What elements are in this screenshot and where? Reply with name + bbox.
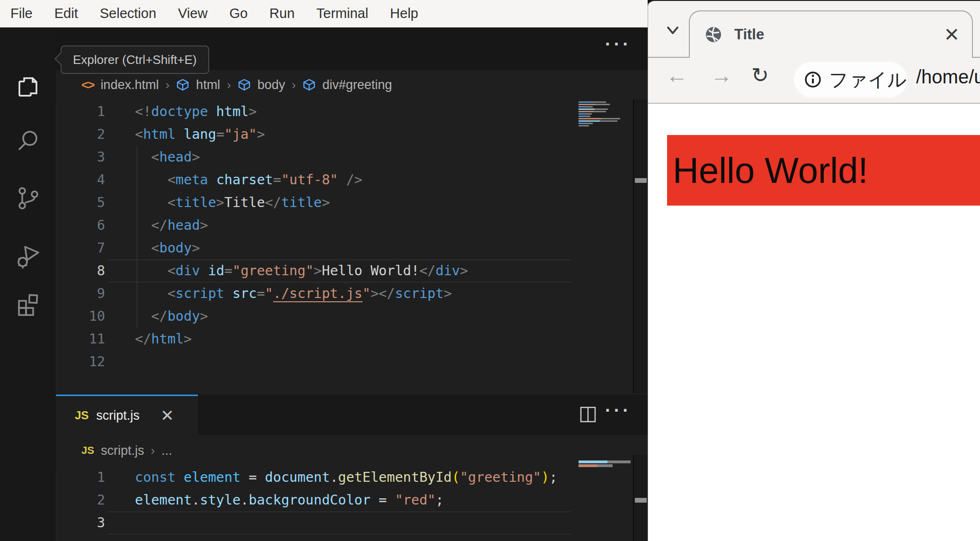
- code-line[interactable]: 11</html>: [56, 328, 570, 351]
- editor2-more-actions-icon[interactable]: ···: [605, 400, 632, 421]
- editor1-more-actions-icon[interactable]: ···: [605, 34, 632, 54]
- code-line[interactable]: 2<html lang="ja">: [56, 123, 570, 146]
- code-line[interactable]: 1const element = document.getElementById…: [56, 466, 570, 489]
- code-line[interactable]: 3 <head>: [56, 146, 570, 169]
- line-number: 10: [56, 305, 105, 328]
- line-number: 7: [56, 237, 105, 260]
- close-tab-icon[interactable]: ✕: [160, 406, 174, 425]
- hello-world-text: Hello World!: [667, 135, 980, 206]
- editor2-scrollbar[interactable]: [633, 455, 648, 541]
- menu-edit[interactable]: Edit: [54, 6, 78, 21]
- browser-viewport: Hello World!: [648, 104, 980, 541]
- breadcrumb-separator: ›: [165, 78, 169, 92]
- code-line[interactable]: 3: [56, 512, 570, 534]
- menu-file[interactable]: File: [10, 6, 33, 21]
- tab-title: Title: [734, 26, 764, 43]
- code-icon: <>: [81, 78, 94, 92]
- code-text: <meta charset="utf-8" />: [135, 169, 363, 191]
- line-number: 9: [56, 282, 105, 305]
- scrollbar-thumb[interactable]: [635, 498, 647, 503]
- minimap[interactable]: [579, 460, 632, 468]
- address-bar-url[interactable]: /home/u: [916, 66, 980, 88]
- code-text: </html>: [135, 328, 192, 351]
- line-number: 4: [56, 169, 105, 191]
- breadcrumb-separator: ›: [151, 443, 155, 458]
- activity-bar: [0, 27, 56, 541]
- line-number: 2: [56, 489, 105, 512]
- line-number: 12: [56, 351, 105, 373]
- line-number: 1: [56, 466, 105, 489]
- code-text: <script src="./script.js"></script>: [135, 282, 452, 305]
- editor1-scrollbar[interactable]: [633, 99, 648, 393]
- line-number: 8: [56, 260, 105, 282]
- code-text: </body>: [135, 305, 208, 328]
- browser-window: Title ✕ ← → ↻ ファイル /home/u Hello: [648, 0, 980, 541]
- code-text: <head>: [135, 146, 200, 169]
- line-number: 1: [56, 100, 105, 123]
- breadcrumb[interactable]: <>index.html›html›body›div#greeting: [56, 70, 648, 99]
- breadcrumb-item[interactable]: index.html: [100, 78, 159, 92]
- info-icon: [803, 70, 822, 89]
- menu-view[interactable]: View: [178, 6, 207, 21]
- extensions-icon[interactable]: [15, 290, 41, 317]
- cube-icon: [303, 78, 316, 92]
- code-line[interactable]: 1<!doctype html>: [56, 100, 570, 123]
- breadcrumb-separator: ›: [227, 78, 231, 92]
- code-line[interactable]: 9 <script src="./script.js"></script>: [56, 282, 570, 305]
- code-line[interactable]: 5 <title>Title</title>: [56, 191, 570, 214]
- breadcrumb-item[interactable]: div#greeting: [322, 78, 392, 92]
- tab-search-chevron-icon[interactable]: [662, 20, 683, 43]
- run-debug-icon[interactable]: [15, 243, 41, 270]
- code-line[interactable]: 6 </head>: [56, 214, 570, 237]
- forward-icon[interactable]: →: [711, 64, 732, 86]
- menu-go[interactable]: Go: [229, 6, 248, 21]
- explorer-tooltip: Explorer (Ctrl+Shift+E): [61, 45, 209, 74]
- code-line[interactable]: 10 </body>: [56, 305, 570, 328]
- line-number: 11: [56, 328, 105, 351]
- menu-terminal[interactable]: Terminal: [316, 6, 368, 21]
- code-line[interactable]: 2element.style.backgroundColor = "red";: [56, 489, 570, 512]
- breadcrumb[interactable]: JS script.js › ...: [56, 435, 648, 466]
- browser-tab[interactable]: Title ✕: [689, 10, 973, 58]
- code-text: element.style.backgroundColor = "red";: [135, 489, 444, 512]
- code-line[interactable]: 12: [56, 351, 570, 373]
- js-file-icon: JS: [75, 409, 89, 422]
- tab-label: script.js: [96, 408, 140, 423]
- scrollbar-thumb[interactable]: [635, 178, 647, 183]
- cube-icon: [176, 78, 189, 92]
- html-code-editor[interactable]: 1<!doctype html>2<html lang="ja">3 <head…: [56, 100, 570, 373]
- menu-run[interactable]: Run: [269, 6, 294, 21]
- tab-scriptjs[interactable]: JS script.js ✕: [56, 395, 198, 435]
- split-editor-icon[interactable]: [579, 406, 597, 425]
- line-number: 3: [56, 146, 105, 169]
- editor2-tabbar: JS script.js ✕ ···: [56, 395, 648, 435]
- cube-icon: [238, 78, 251, 92]
- js-code-editor[interactable]: 1const element = document.getElementById…: [56, 466, 570, 534]
- search-icon[interactable]: [15, 128, 41, 154]
- breadcrumb-item[interactable]: body: [258, 78, 285, 92]
- minimap[interactable]: [579, 101, 632, 127]
- code-text: </head>: [135, 214, 208, 237]
- reload-icon[interactable]: ↻: [751, 65, 769, 86]
- breadcrumb-file[interactable]: script.js: [101, 443, 144, 458]
- code-text: <body>: [135, 237, 200, 260]
- close-tab-icon[interactable]: ✕: [944, 25, 960, 44]
- back-icon[interactable]: ←: [666, 64, 688, 86]
- menu-help[interactable]: Help: [390, 6, 419, 21]
- chip-label: ファイル: [829, 67, 907, 93]
- greeting-div: Hello World!: [667, 135, 980, 206]
- code-text: <!doctype html>: [135, 100, 257, 123]
- breadcrumb-more[interactable]: ...: [161, 443, 172, 458]
- menu-selection[interactable]: Selection: [100, 6, 156, 21]
- source-control-icon[interactable]: [15, 185, 41, 211]
- code-line[interactable]: 4 <meta charset="utf-8" />: [56, 169, 570, 191]
- breadcrumb-item[interactable]: html: [196, 78, 220, 92]
- breadcrumb-separator: ›: [292, 78, 296, 92]
- vscode-menubar: FileEditSelectionViewGoRunTerminalHelp: [0, 0, 648, 27]
- screen: FileEditSelectionViewGoRunTerminalHelp: [0, 0, 980, 541]
- explorer-icon[interactable]: [15, 74, 41, 100]
- code-line[interactable]: 7 <body>: [56, 237, 570, 260]
- code-line[interactable]: 8 <div id="greeting">Hello World!</div>: [56, 260, 570, 282]
- site-info-chip[interactable]: ファイル: [794, 62, 908, 98]
- indent-guide: [137, 146, 137, 328]
